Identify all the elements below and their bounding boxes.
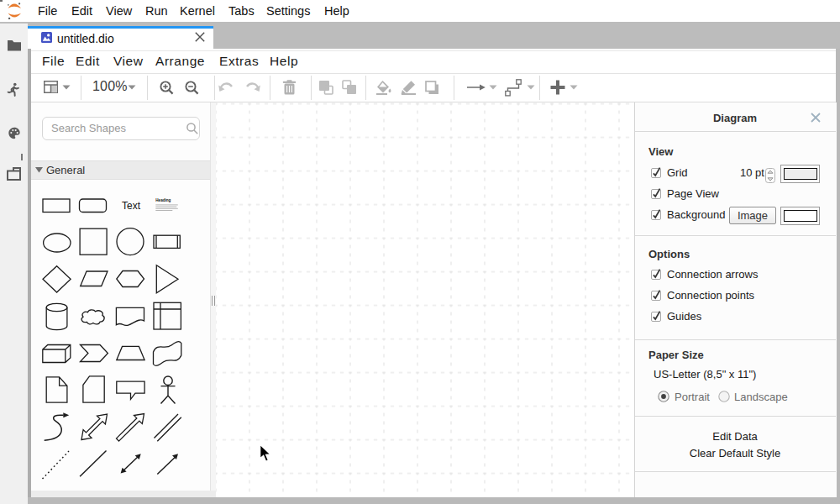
svg-text:Text: Text [122,200,141,212]
svg-text:Heading: Heading [155,198,171,202]
